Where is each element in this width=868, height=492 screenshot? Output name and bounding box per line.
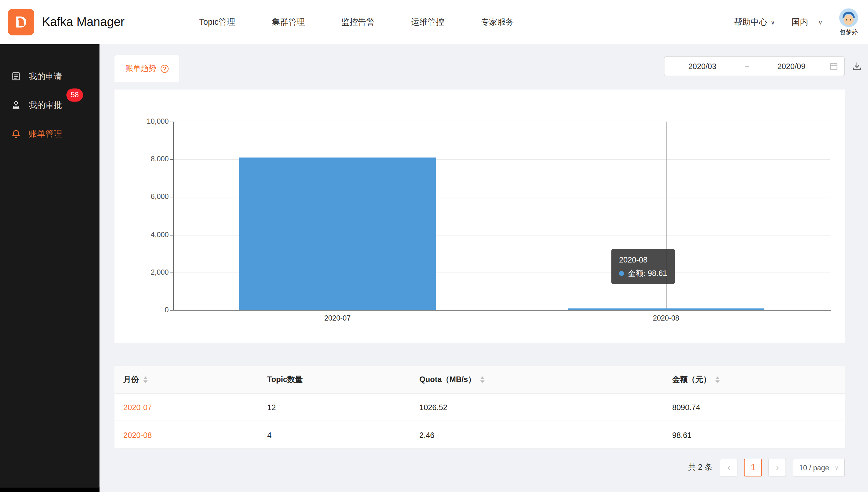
app-logo[interactable]: D xyxy=(8,9,34,35)
top-nav: Topic管理 集群管理 监控告警 运维管控 专家服务 xyxy=(199,0,514,44)
column-header-amount: 金额（元） xyxy=(663,374,845,385)
y-axis-tick xyxy=(170,310,173,311)
sidebar-item-my-approvals[interactable]: 我的审批 58 xyxy=(0,91,100,120)
tooltip-value: 金额: 98.61 xyxy=(628,269,667,277)
y-axis-line xyxy=(173,122,174,310)
y-tick-label: 6,000 xyxy=(114,192,168,202)
sidebar-item-label: 我的申请 xyxy=(29,71,62,81)
page-size-select[interactable]: 10 / page ∨ xyxy=(793,459,845,476)
sidebar: 我的申请 我的审批 58 账单管理 xyxy=(0,44,100,492)
chevron-right-icon: › xyxy=(776,463,779,472)
date-end[interactable]: 2020/09 xyxy=(754,62,829,71)
main-content: 账单趋势 2020/03 ~ 2020/09 10, xyxy=(100,44,868,492)
app-title: Kafka Manager xyxy=(42,0,124,44)
sidebar-item-my-applications[interactable]: 我的申请 xyxy=(0,62,100,91)
column-header-month: 月份 xyxy=(114,374,258,385)
svg-text:D: D xyxy=(15,13,27,31)
y-axis-tick xyxy=(170,122,173,122)
page-number: 1 xyxy=(751,463,756,472)
cell-topic-count: 4 xyxy=(258,430,410,439)
x-tick-label: 2020-08 xyxy=(627,314,705,322)
cell-month: 2020-08 xyxy=(114,430,258,439)
nav-ops-control[interactable]: 运维管控 xyxy=(411,0,444,44)
tooltip-title: 2020-08 xyxy=(619,253,667,266)
user-profile[interactable]: 包梦婷 xyxy=(839,8,858,36)
chart-bar-2020-07[interactable] xyxy=(239,158,436,310)
page-1-button[interactable]: 1 xyxy=(745,459,762,476)
sidebar-item-label: 账单管理 xyxy=(29,129,62,139)
help-center-menu[interactable]: 帮助中心 ∨ xyxy=(734,17,775,27)
pagination: 共 2 条 ‹ 1 › 10 / page ∨ xyxy=(114,459,845,476)
nav-monitor-alert[interactable]: 监控告警 xyxy=(341,0,375,44)
chart-panel: 10,000 8,000 6,000 4,000 2,000 0 2020-07 xyxy=(114,90,845,343)
cell-topic-count: 12 xyxy=(258,403,410,412)
region-label: 国内 xyxy=(792,17,808,27)
tab-label: 账单趋势 xyxy=(125,64,156,74)
gridline xyxy=(173,122,830,122)
sort-icons[interactable] xyxy=(143,376,147,383)
month-link[interactable]: 2020-08 xyxy=(123,430,152,439)
date-separator: ~ xyxy=(740,62,753,71)
nav-topic-management[interactable]: Topic管理 xyxy=(199,0,235,44)
total-count: 共 2 条 xyxy=(688,463,712,473)
app-root: D Kafka Manager Topic管理 集群管理 监控告警 运维管控 专… xyxy=(0,0,868,492)
chart-tooltip: 2020-08 金额: 98.61 xyxy=(611,249,675,284)
approval-stamp-icon xyxy=(11,100,21,110)
header-right: 帮助中心 ∨ 国内 ∨ 包梦婷 xyxy=(734,0,858,44)
cell-amount: 8090.74 xyxy=(663,403,845,412)
cell-amount: 98.61 xyxy=(663,430,845,439)
document-icon xyxy=(11,71,21,81)
logo-icon: D xyxy=(8,9,34,35)
header: D Kafka Manager Topic管理 集群管理 监控告警 运维管控 专… xyxy=(0,0,868,44)
nav-expert-service[interactable]: 专家服务 xyxy=(481,0,514,44)
y-axis-tick xyxy=(170,197,173,197)
table-header-row: 月份 Topic数量 Quota（MB/s） 金额（元） xyxy=(114,366,845,393)
y-axis-tick xyxy=(170,273,173,273)
series-dot-icon xyxy=(619,271,624,276)
chevron-down-icon: ∨ xyxy=(818,19,823,26)
cell-month: 2020-07 xyxy=(114,403,258,412)
y-tick-label: 4,000 xyxy=(114,230,168,240)
sort-icons[interactable] xyxy=(715,376,720,383)
scale-wrap: D Kafka Manager Topic管理 集群管理 监控告警 运维管控 专… xyxy=(0,0,868,492)
sidebar-footer xyxy=(0,487,100,492)
tooltip-row: 金额: 98.61 xyxy=(619,267,667,279)
column-header-quota: Quota（MB/s） xyxy=(410,374,663,385)
next-page-button[interactable]: › xyxy=(769,459,786,476)
month-link[interactable]: 2020-07 xyxy=(123,403,152,412)
username: 包梦婷 xyxy=(840,28,858,36)
tab-bill-trend[interactable]: 账单趋势 xyxy=(114,55,179,82)
x-axis-line xyxy=(173,310,831,311)
question-circle-icon xyxy=(160,65,168,73)
cell-quota: 1026.52 xyxy=(410,403,663,412)
y-tick-label: 2,000 xyxy=(114,267,168,277)
y-axis-tick xyxy=(170,159,173,160)
calendar-icon xyxy=(829,62,838,71)
page-size-value: 10 / page xyxy=(799,464,829,472)
cell-quota: 2.46 xyxy=(410,430,663,439)
chevron-left-icon: ‹ xyxy=(727,463,730,472)
table-row: 2020-08 4 2.46 98.61 xyxy=(114,421,845,449)
help-center-label: 帮助中心 xyxy=(734,17,767,27)
x-tick-label: 2020-07 xyxy=(299,314,376,322)
column-header-topic-count: Topic数量 xyxy=(258,374,410,385)
chevron-down-icon: ∨ xyxy=(770,19,775,26)
date-start[interactable]: 2020/03 xyxy=(664,62,740,71)
date-range-picker[interactable]: 2020/03 ~ 2020/09 xyxy=(664,56,845,76)
y-axis-tick xyxy=(170,235,173,236)
approvals-count-badge: 58 xyxy=(66,88,83,101)
download-icon[interactable] xyxy=(852,62,862,72)
bill-icon xyxy=(11,129,21,139)
chevron-down-icon: ∨ xyxy=(835,465,839,471)
y-tick-label: 8,000 xyxy=(114,154,168,165)
avatar xyxy=(839,8,858,27)
nav-cluster-management[interactable]: 集群管理 xyxy=(272,0,305,44)
billing-table: 月份 Topic数量 Quota（MB/s） 金额（元） 2020-07 xyxy=(114,366,845,449)
sort-icons[interactable] xyxy=(480,376,485,383)
region-menu[interactable]: 国内 ∨ xyxy=(792,17,822,27)
sidebar-item-bill-management[interactable]: 账单管理 xyxy=(0,120,100,148)
y-tick-label: 0 xyxy=(114,305,168,315)
y-tick-label: 10,000 xyxy=(114,117,168,127)
prev-page-button[interactable]: ‹ xyxy=(720,459,738,476)
table-row: 2020-07 12 1026.52 8090.74 xyxy=(114,394,845,421)
